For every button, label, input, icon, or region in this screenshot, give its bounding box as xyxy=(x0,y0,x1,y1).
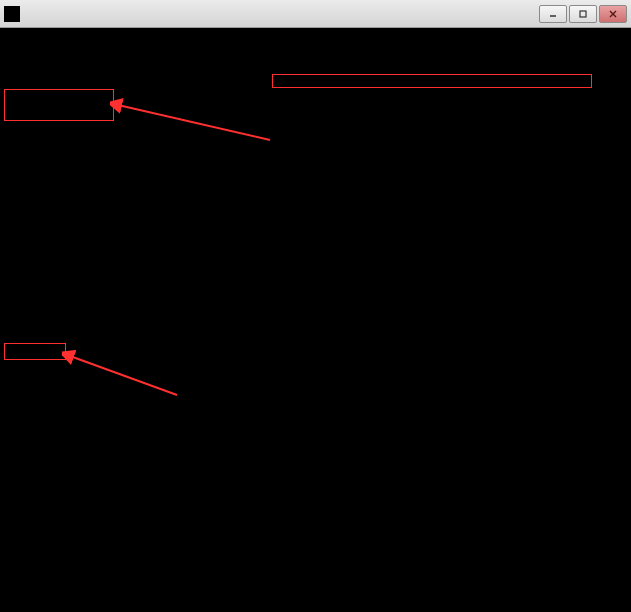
annotation-box xyxy=(272,74,592,88)
minimize-button[interactable] xyxy=(539,5,567,23)
cmd-icon xyxy=(4,6,20,22)
arrow-to-ls xyxy=(62,350,182,400)
window-buttons xyxy=(539,5,627,23)
window-titlebar xyxy=(0,0,631,28)
svg-rect-1 xyxy=(580,11,586,17)
svg-line-7 xyxy=(70,356,177,395)
maximize-button[interactable] xyxy=(569,5,597,23)
close-button[interactable] xyxy=(599,5,627,23)
highlight-box-ls xyxy=(4,343,66,360)
